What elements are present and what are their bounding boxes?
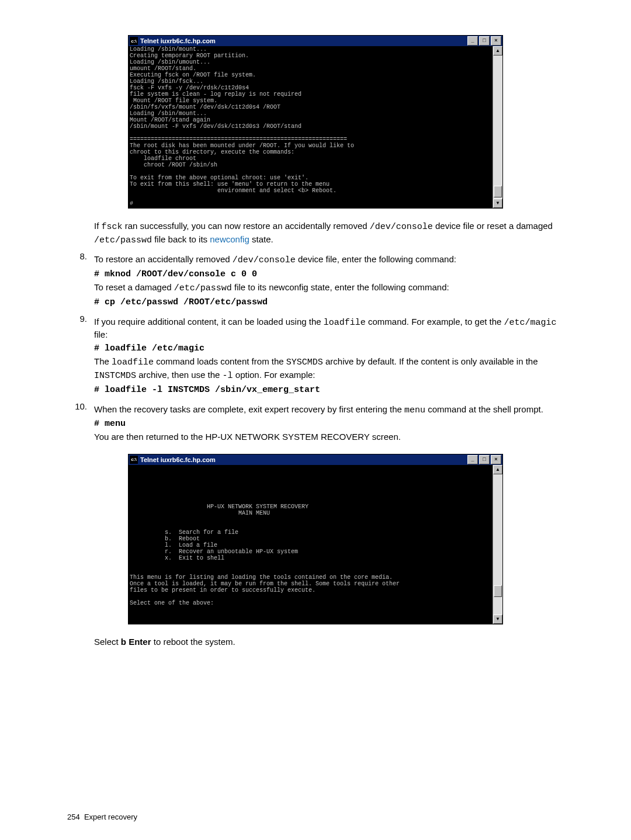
step-text: The loadfile command loads content from …: [94, 356, 564, 382]
cmd-icon: c:\: [130, 456, 138, 464]
scroll-up-icon[interactable]: ▲: [493, 465, 502, 474]
step-text: To reset a damaged /etc/passwd file to i…: [94, 282, 564, 295]
minimize-button[interactable]: _: [467, 455, 478, 464]
terminal-window-1: c:\ Telnet iuxrb6c.fc.hp.com _ □ × Loadi…: [128, 35, 503, 209]
close-button[interactable]: ×: [491, 455, 501, 464]
step-text: You are then returned to the HP-UX NETWO…: [94, 431, 564, 443]
scrollbar[interactable]: ▲ ▼: [493, 465, 502, 624]
command: # loadfile /etc/magic: [94, 343, 564, 353]
step-9: 9. If you require additional content, it…: [67, 314, 564, 397]
page-footer: 254 Expert recovery: [67, 813, 137, 821]
step-text: To restore an accidentally removed /dev/…: [94, 254, 564, 267]
paragraph: Select b Enter to reboot the system.: [94, 636, 564, 648]
titlebar: c:\ Telnet iuxrb6c.fc.hp.com _ □ ×: [129, 454, 502, 465]
step-number: 8.: [67, 251, 94, 308]
scroll-down-icon[interactable]: ▼: [493, 615, 502, 624]
command: # cp /etc/passwd /ROOT/etc/passwd: [94, 297, 564, 307]
terminal-content: Loading /sbin/mount... Creating temporar…: [129, 46, 493, 208]
window-title: Telnet iuxrb6c.fc.hp.com: [140, 456, 467, 463]
command: # menu: [94, 419, 564, 429]
scroll-up-icon[interactable]: ▲: [493, 46, 502, 55]
minimize-button[interactable]: _: [467, 36, 478, 46]
command: # mknod /ROOT/dev/console c 0 0: [94, 269, 564, 279]
footer-title: Expert recovery: [84, 813, 137, 821]
maximize-button[interactable]: □: [479, 455, 490, 464]
step-text: If you require additional content, it ca…: [94, 316, 564, 341]
step-8: 8. To restore an accidentally removed /d…: [67, 251, 564, 308]
window-title: Telnet iuxrb6c.fc.hp.com: [140, 37, 467, 44]
maximize-button[interactable]: □: [479, 36, 490, 46]
step-text: When the recovery tasks are complete, ex…: [94, 404, 564, 417]
terminal-content: HP-UX NETWORK SYSTEM RECOVERY MAIN MENU …: [129, 465, 493, 624]
titlebar: c:\ Telnet iuxrb6c.fc.hp.com _ □ ×: [129, 36, 502, 46]
cmd-icon: c:\: [130, 37, 138, 45]
terminal-window-2: c:\ Telnet iuxrb6c.fc.hp.com _ □ × HP-UX…: [128, 454, 503, 624]
command: # loadfile -l INSTCMDS /sbin/vx_emerg_st…: [94, 385, 564, 395]
scroll-thumb[interactable]: [494, 186, 502, 197]
paragraph: If fsck ran successfully, you can now re…: [94, 220, 564, 247]
scroll-thumb[interactable]: [494, 585, 502, 597]
page: c:\ Telnet iuxrb6c.fc.hp.com _ □ × Loadi…: [0, 0, 631, 840]
scroll-down-icon[interactable]: ▼: [493, 199, 502, 208]
step-number: 10.: [67, 401, 94, 446]
scrollbar[interactable]: ▲ ▼: [493, 46, 502, 208]
close-button[interactable]: ×: [491, 36, 501, 46]
step-10: 10. When the recovery tasks are complete…: [67, 401, 564, 446]
step-number: 9.: [67, 314, 94, 397]
page-number: 254: [67, 813, 80, 821]
newconfig-link[interactable]: newconfig: [210, 234, 249, 244]
